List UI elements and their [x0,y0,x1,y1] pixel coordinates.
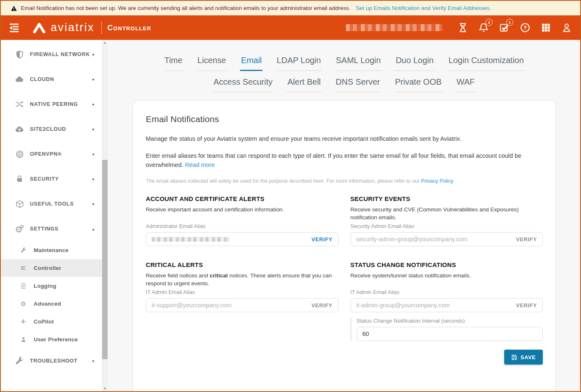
administrator-email-input[interactable]: VERIFY [146,232,338,246]
warning-icon [11,5,17,11]
scrollbar-down-arrow[interactable]: ▼ [102,387,108,390]
shield-icon [15,49,25,59]
tab-login-customization[interactable]: Login Customization [448,56,525,71]
chevron-down-icon: ▾ [92,152,94,157]
aviatrix-logo-mark-icon [32,22,47,33]
section-title: SECURITY EVENTS [351,195,543,202]
field-label: Administrator Email Alias [146,223,338,229]
cloud-icon [15,74,25,84]
chevron-down-icon: ▾ [92,102,94,107]
tab-ldap-login[interactable]: LDAP Login [276,56,321,71]
tab-waf[interactable]: WAF [456,77,476,93]
redacted-account-text [346,24,442,31]
hourglass-button[interactable] [457,22,468,33]
section-description: Receive system/tunnel status notificatio… [351,272,543,289]
sidebar-item-maintenance[interactable]: Maintenance [1,241,102,259]
field-label: Security Admin Email Alias [351,223,543,229]
apps-menu-button[interactable] [540,22,551,33]
aviatrix-logo: aviatrix [32,21,95,34]
shuffle-icon [15,99,25,109]
field-label: IT Admin Email Alias [351,289,543,295]
sidebar-item-copilot[interactable]: ✈ CoPilot [1,313,102,331]
verify-button[interactable]: VERIFY [516,236,537,243]
scrollbar-thumb[interactable] [102,160,108,359]
section-account-certificate-alerts: ACCOUNT AND CERTIFICATE ALERTS Receive i… [146,195,338,246]
tab-saml-login[interactable]: SAML Login [335,56,382,71]
person-icon [20,336,27,343]
banner-text: Email Notification has not been set up. … [21,5,351,11]
sidebar-item-useful-tools[interactable]: USEFUL TOOLS ▾ [1,191,102,216]
wrench-icon [15,356,25,366]
sidebar-item-native-peering[interactable]: NATIVE PEERING ▾ [1,92,102,117]
svg-text:?: ? [523,24,527,31]
collapse-menu-icon [8,23,20,32]
it-admin-email-input[interactable] [356,302,516,309]
list-icon [20,265,27,272]
save-button[interactable]: SAVE [504,350,543,365]
settings-tabs: Time License Email LDAP Login SAML Login… [108,56,580,93]
sidebar: FIREWALL NETWORK ▾ CLOUDN ▾ [1,40,102,391]
section-status-change-notifications: STATUS CHANGE NOTIFICATIONS Receive syst… [351,261,543,365]
chevron-down-icon: ▾ [92,52,94,57]
gears-icon: ⚙⚙ [15,224,25,234]
help-button[interactable]: ? [520,22,530,33]
security-admin-email-input[interactable] [356,236,516,243]
tab-alert-bell[interactable]: Alert Bell [287,77,321,93]
sidebar-item-logging[interactable]: Logging [1,277,102,295]
user-menu-button[interactable] [561,22,572,33]
verify-button[interactable]: VERIFY [516,302,537,309]
apps-grid-icon [541,22,551,33]
notifications-button[interactable]: 2 [478,22,489,33]
scrollbar-up-arrow[interactable]: ▲ [102,41,108,44]
privacy-policy-link[interactable]: Privacy Policy [421,178,454,184]
sidebar-item-security[interactable]: SECURITY ▾ [1,167,102,191]
it-support-email-input[interactable] [152,302,311,309]
brand-name: aviatrix [51,21,95,34]
section-title: CRITICAL ALERTS [146,261,338,268]
sidebar-item-troubleshoot[interactable]: TROUBLESHOOT ▾ [1,348,102,373]
sidebar-scrollbar: ▲ ▼ [102,40,108,391]
section-description: Receive field notices and critical notic… [146,272,338,289]
cube-icon [15,199,25,209]
sidebar-item-cloudn[interactable]: CLOUDN ▾ [1,67,102,92]
interval-input[interactable] [357,327,543,341]
sidebar-item-site2cloud[interactable]: SITE2CLOUD ▾ [1,117,102,142]
email-notifications-card: Email Notifications Manage the status of… [133,101,555,391]
tab-duo-login[interactable]: Duo Login [395,56,434,71]
tab-license[interactable]: License [196,56,227,71]
sidebar-item-controller[interactable]: Controller [1,259,102,277]
verify-button[interactable]: VERIFY [311,302,333,309]
tab-email[interactable]: Email [240,56,262,71]
sidebar-item-firewall-network[interactable]: FIREWALL NETWORK ▾ [1,42,102,67]
section-critical-alerts: CRITICAL ALERTS Receive field notices an… [146,261,338,365]
warning-banner: Email Notification has not been set up. … [1,1,580,15]
read-more-link[interactable]: Read more [185,162,215,168]
tab-access-security[interactable]: Access Security [213,77,273,93]
main-content: Time License Email LDAP Login SAML Login… [108,40,580,391]
app-header: aviatrix Controller 2 [1,15,580,40]
section-description: Receive security and CVE (Common Vulnera… [351,206,543,223]
chevron-down-icon: ▾ [92,359,94,363]
tab-time[interactable]: Time [164,56,184,71]
save-floppy-icon [511,354,517,360]
sidebar-item-advanced[interactable]: ⚙ Advanced [1,295,102,313]
tab-dns-server[interactable]: DNS Server [335,77,381,93]
redacted-email-value [152,237,230,242]
privacy-note: The email aliases collected will solely … [146,178,543,184]
sidebar-collapse-button[interactable] [8,22,21,33]
chevron-down-icon: ▾ [92,127,94,132]
help-icon: ? [520,22,530,33]
sidebar-item-openvpn[interactable]: OPENVPN® ▾ [1,142,102,167]
sidebar-item-settings[interactable]: ⚙⚙ SETTINGS ▴ [1,216,102,241]
page-title: Email Notifications [146,114,543,124]
hourglass-icon [458,22,468,33]
notifications-badge: 2 [485,19,493,26]
user-icon [561,22,572,33]
field-label: IT Admin Email Alias [146,289,338,295]
section-description: Receive important account and certificat… [146,206,338,223]
banner-setup-link[interactable]: Set up Emails Notification and Verify Em… [356,5,491,11]
verify-button[interactable]: VERIFY [311,236,333,243]
tab-private-oob[interactable]: Private OOB [394,77,442,93]
tasks-button[interactable]: 1 [499,22,510,33]
sidebar-item-user-preference[interactable]: User Preference [1,331,102,348]
